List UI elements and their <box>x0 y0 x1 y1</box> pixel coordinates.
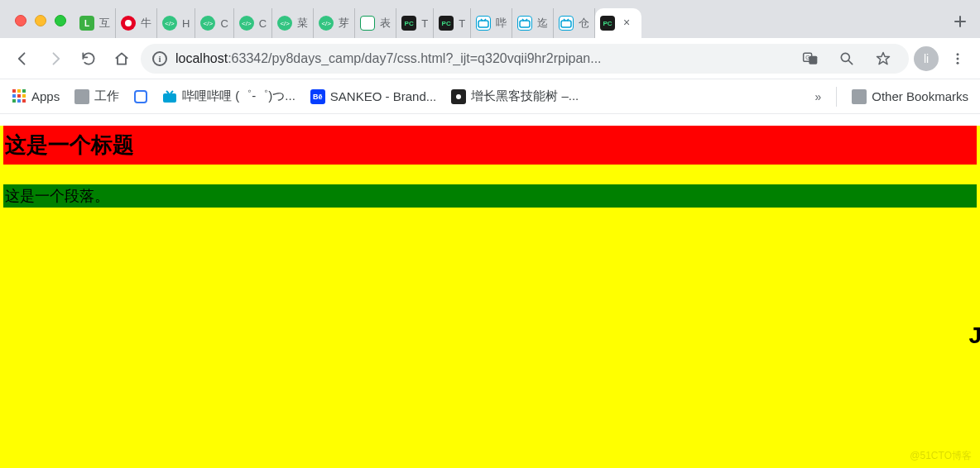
browser-tab[interactable]: 哔 <box>471 8 512 38</box>
cube-icon <box>451 89 466 104</box>
window-titlebar: L互牛</>H</>C</>C</>菜</>芽表PCTPCT哔迄仓PC× <box>0 0 980 38</box>
watermark: @51CTO博客 <box>910 449 972 463</box>
other-bookmarks-label: Other Bookmarks <box>872 89 968 103</box>
tab-strip: L互牛</>H</>C</>C</>菜</>芽表PCTPCT哔迄仓PC× <box>74 0 942 38</box>
home-button[interactable] <box>108 45 136 73</box>
bookmarks-divider <box>836 87 837 107</box>
browser-tab[interactable]: 迄 <box>512 8 554 38</box>
bookmark-label: 哔哩哔哩 (゜-゜)つ... <box>182 88 295 104</box>
browser-tab[interactable]: </>H <box>157 8 195 38</box>
arrow-left-icon <box>14 50 31 67</box>
browser-tab[interactable]: </>芽 <box>314 8 355 38</box>
zoom-button[interactable] <box>833 45 861 73</box>
tab-title: 牛 <box>141 16 151 31</box>
back-button[interactable] <box>8 45 36 73</box>
svg-point-8 <box>957 53 959 55</box>
pc-favicon: PC <box>401 16 416 31</box>
browser-tab[interactable]: 表 <box>355 8 396 38</box>
browser-tab[interactable]: </>C <box>234 8 272 38</box>
page-content: 这是一个标题 这是一个段落。 <box>0 126 980 468</box>
apps-label: Apps <box>31 89 60 103</box>
browser-tab[interactable]: L互 <box>74 8 116 38</box>
near-icon <box>134 90 147 103</box>
profile-avatar[interactable]: li <box>914 46 939 71</box>
bookmark-item[interactable] <box>134 90 147 103</box>
browser-tab[interactable]: PCT <box>434 8 471 38</box>
other-bookmarks[interactable]: Other Bookmarks <box>852 89 968 104</box>
close-tab-button[interactable]: × <box>620 17 633 30</box>
tab-title: H <box>182 17 190 30</box>
pc-favicon: PC <box>439 16 454 31</box>
svg-rect-3 <box>561 21 571 27</box>
menu-button[interactable] <box>944 45 972 73</box>
code-favicon: </> <box>239 16 254 31</box>
tab-title: 迄 <box>537 16 548 31</box>
bili-favicon <box>476 16 491 31</box>
close-window-button[interactable] <box>15 15 26 26</box>
forward-button[interactable] <box>41 45 70 73</box>
code-favicon: </> <box>319 16 334 31</box>
bookmark-item[interactable]: 增长黑客技能树 –... <box>451 88 579 104</box>
svg-point-9 <box>957 57 959 60</box>
browser-tab[interactable]: PCT <box>396 8 434 38</box>
apps-shortcut[interactable]: Apps <box>12 89 60 104</box>
arrow-right-icon <box>47 50 64 67</box>
url-host: localhost <box>175 51 228 65</box>
tab-title: 表 <box>380 16 391 31</box>
browser-tab[interactable]: 牛 <box>116 8 157 38</box>
svg-point-10 <box>957 61 959 64</box>
window-controls <box>7 15 74 38</box>
bookmark-label: 工作 <box>94 88 119 104</box>
bili2-icon <box>162 89 177 104</box>
browser-tab[interactable]: </>C <box>195 8 233 38</box>
bookmark-label: 增长黑客技能树 –... <box>471 88 579 104</box>
tab-title: 哔 <box>496 16 507 31</box>
svg-point-7 <box>841 53 849 61</box>
home-icon <box>113 50 130 67</box>
url-text: localhost:63342/py8days_camp/day7/css.ht… <box>175 51 788 66</box>
svg-rect-1 <box>478 21 488 27</box>
minimize-window-button[interactable] <box>35 15 46 26</box>
maximize-window-button[interactable] <box>55 15 66 26</box>
page-paragraph: 这是一个段落。 <box>3 184 977 208</box>
bili-favicon <box>517 16 532 31</box>
tab-title: C <box>220 17 228 30</box>
svg-point-13 <box>456 94 461 99</box>
svg-point-0 <box>125 20 132 26</box>
tab-title: T <box>459 17 465 30</box>
plus-icon <box>954 15 967 28</box>
bookmark-item[interactable]: BēSANKEO - Brand... <box>310 89 436 104</box>
site-info-icon[interactable]: i <box>152 51 167 66</box>
bookmark-star-button[interactable] <box>869 45 897 73</box>
bookmark-label: SANKEO - Brand... <box>330 89 436 103</box>
apps-icon <box>12 89 26 104</box>
bili-favicon <box>559 16 574 31</box>
translate-icon: G <box>802 50 819 67</box>
browser-tab[interactable]: </>菜 <box>272 8 314 38</box>
green-L-favicon: L <box>79 16 94 31</box>
url-path: :63342/py8days_camp/day7/css.html?_ijt=q… <box>228 51 601 65</box>
star-icon <box>875 50 891 67</box>
reload-button[interactable] <box>74 45 103 73</box>
folder-icon <box>852 89 867 104</box>
browser-tab[interactable]: 仓 <box>554 8 595 38</box>
code-favicon: </> <box>277 16 292 31</box>
folder-icon <box>74 89 89 104</box>
address-bar[interactable]: i localhost:63342/py8days_camp/day7/css.… <box>141 44 909 74</box>
svg-text:G: G <box>805 54 809 60</box>
bookmark-item[interactable]: 哔哩哔哩 (゜-゜)つ... <box>162 88 295 104</box>
bookmark-item[interactable]: 工作 <box>74 88 119 104</box>
code-favicon: </> <box>200 16 215 31</box>
be-icon: Bē <box>310 89 325 104</box>
kebab-icon <box>950 51 965 66</box>
tab-title: C <box>259 17 267 30</box>
new-tab-button[interactable] <box>947 8 973 35</box>
tab-title: 菜 <box>297 16 308 31</box>
red-music-favicon <box>121 16 136 31</box>
browser-toolbar: i localhost:63342/py8days_camp/day7/css.… <box>0 38 980 79</box>
browser-tab-active[interactable]: PC× <box>595 8 641 38</box>
translate-button[interactable]: G <box>796 45 824 73</box>
page-heading: 这是一个标题 <box>3 126 977 165</box>
code-favicon: </> <box>162 16 177 31</box>
bookmarks-overflow[interactable]: » <box>814 90 821 103</box>
